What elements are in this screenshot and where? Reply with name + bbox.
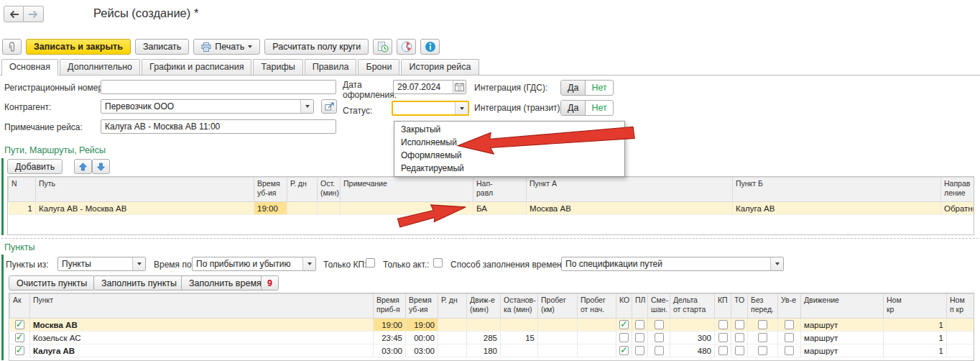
cell-act[interactable] (10, 319, 30, 332)
cell-uve[interactable] (778, 344, 801, 357)
status-dropdown-button[interactable] (455, 102, 468, 114)
points-from-select[interactable]: Пункты (57, 257, 146, 271)
transit-yes-button[interactable]: Да (561, 101, 586, 115)
cell-ko[interactable] (616, 332, 632, 344)
tab-additional[interactable]: Дополнительно (60, 59, 140, 75)
cell-run-from-start[interactable] (578, 344, 616, 357)
tab-history[interactable]: История рейса (401, 59, 479, 75)
cell-arr[interactable]: 19:00 (374, 319, 406, 332)
pl-checkbox[interactable] (635, 346, 644, 355)
no-transfer-checkbox[interactable] (758, 333, 767, 342)
contractor-input[interactable]: Перевозчик ООО (101, 99, 314, 114)
report-button[interactable] (373, 39, 392, 55)
cell-mixed[interactable] (648, 332, 670, 344)
mixed-checkbox[interactable] (655, 320, 664, 329)
act-checkbox[interactable] (15, 333, 24, 342)
ko-checkbox[interactable] (619, 333, 629, 342)
tab-bookings[interactable]: Брони (358, 59, 399, 75)
calendar-button[interactable] (453, 81, 466, 93)
contractor-dropdown-button[interactable] (300, 100, 313, 113)
cell-point[interactable]: Козельск АС (30, 332, 374, 344)
cell-point-b[interactable]: Калуга АВ (733, 202, 941, 215)
fill-method-dropdown-button[interactable] (770, 257, 783, 270)
cell-to[interactable] (731, 319, 748, 332)
cell-dep-time[interactable]: 19:00 (254, 202, 287, 215)
cell-pl[interactable] (632, 332, 648, 344)
trip-note-input[interactable]: Калуга АВ - Москва АВ 11:00 (101, 119, 336, 134)
only-kp-checkbox[interactable] (366, 258, 375, 268)
cell-stop-min[interactable] (501, 344, 538, 357)
cell-direction[interactable]: Обратный (941, 202, 975, 215)
cell-no-transfer[interactable] (748, 319, 778, 332)
cell-nom-kr[interactable]: 1 (884, 332, 947, 344)
kp-checkbox[interactable] (718, 346, 728, 355)
ko-checkbox[interactable] (619, 346, 629, 355)
act-checkbox[interactable] (15, 346, 24, 355)
kp-checkbox[interactable] (718, 333, 728, 342)
cell-act[interactable] (10, 332, 30, 344)
cell-dep[interactable]: 19:00 (406, 319, 438, 332)
back-button[interactable] (4, 6, 24, 22)
cell-path[interactable]: Калуга АВ - Москва АВ (36, 202, 254, 215)
cell-dir-short[interactable]: БА (473, 202, 527, 215)
gds-yes-button[interactable]: Да (561, 81, 586, 95)
cell-pl[interactable] (632, 319, 648, 332)
cell-r-dn[interactable] (438, 344, 467, 357)
status-option-drafting[interactable]: Оформляемый (394, 149, 624, 162)
forward-button[interactable] (24, 6, 44, 22)
cell-movement[interactable]: маршрут (801, 344, 884, 357)
cell-kp[interactable] (715, 319, 731, 332)
table-row[interactable]: 1 Калуга АВ - Москва АВ 19:00 БА Москва … (9, 202, 975, 215)
cell-arr[interactable]: 03:00 (374, 344, 406, 357)
ko-checkbox[interactable] (619, 320, 629, 329)
time-by-select[interactable]: По прибытию и убытию (192, 257, 316, 271)
cell-uve[interactable] (778, 332, 801, 344)
cell-no-transfer[interactable] (748, 344, 778, 357)
cell-n[interactable]: 1 (9, 202, 36, 215)
cell-run-from-start[interactable] (578, 332, 616, 344)
cell-mixed[interactable] (648, 344, 670, 357)
tab-schedules[interactable]: Графики и расписания (142, 59, 251, 75)
mixed-checkbox[interactable] (655, 333, 664, 342)
cell-delta[interactable]: 480 (670, 344, 715, 357)
cell-stop-min[interactable] (501, 319, 538, 332)
uve-checkbox[interactable] (785, 320, 794, 329)
to-checkbox[interactable] (735, 320, 744, 329)
cell-r-dn[interactable] (438, 332, 467, 344)
status-option-executing[interactable]: Исполняемый (394, 136, 624, 149)
cell-run-km[interactable] (538, 319, 578, 332)
cell-note[interactable] (341, 202, 473, 215)
pl-checkbox[interactable] (635, 333, 644, 342)
cell-delta[interactable] (670, 319, 715, 332)
uve-checkbox[interactable] (785, 346, 794, 355)
kp-checkbox[interactable] (718, 320, 728, 329)
to-checkbox[interactable] (735, 333, 744, 342)
cell-movement[interactable]: маршрут (801, 332, 884, 344)
only-act-checkbox[interactable] (433, 258, 443, 268)
cell-to[interactable] (731, 332, 748, 344)
cell-point-a[interactable]: Москва АВ (527, 202, 733, 215)
cell-movement[interactable]: маршрут (801, 319, 884, 332)
act-checkbox[interactable] (15, 320, 24, 329)
add-route-button[interactable]: Добавить (7, 159, 63, 174)
contractor-open-button[interactable] (321, 99, 337, 114)
fill-time-button[interactable]: Заполнить время (181, 275, 269, 291)
calc-semicircles-button[interactable]: Расчитать полу круги (264, 39, 369, 55)
cell-move-min[interactable] (467, 319, 501, 332)
tab-rules[interactable]: Правила (305, 59, 357, 75)
cell-dep[interactable]: 03:00 (406, 344, 438, 357)
cell-r-dn[interactable] (287, 202, 318, 215)
info-button[interactable] (420, 39, 440, 55)
cell-move-min[interactable]: 180 (467, 344, 501, 357)
time-by-dropdown-button[interactable] (302, 257, 315, 270)
table-row[interactable]: Калуга АВ 03:00 03:00 180 480 маршрут 1 (10, 344, 975, 357)
gds-no-button[interactable]: Нет (586, 81, 612, 95)
cell-run-km[interactable] (538, 344, 578, 357)
cell-no-transfer[interactable] (748, 332, 778, 344)
cell-mixed[interactable] (648, 319, 670, 332)
cell-delta[interactable]: 300 (670, 332, 715, 344)
transit-no-button[interactable]: Нет (586, 101, 612, 115)
clock-button[interactable] (397, 39, 416, 55)
save-close-button[interactable]: Записать и закрыть (26, 39, 131, 55)
tab-tariffs[interactable]: Тарифы (253, 59, 302, 75)
